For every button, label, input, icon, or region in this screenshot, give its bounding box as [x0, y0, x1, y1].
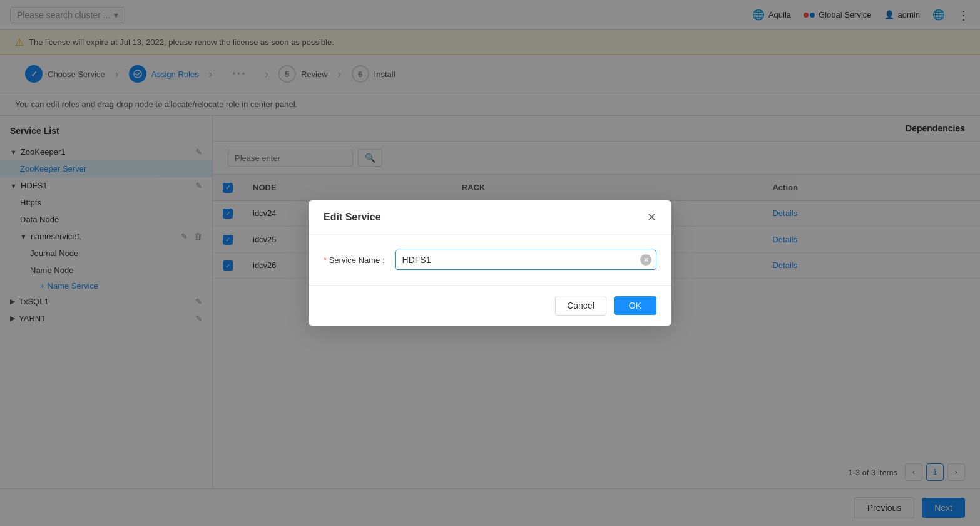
- cancel-button[interactable]: Cancel: [555, 296, 606, 316]
- service-name-label: * Service Name :: [324, 255, 385, 265]
- modal-overlay: Edit Service ✕ * Service Name : ✕ Cancel…: [0, 0, 980, 526]
- modal-footer: Cancel OK: [309, 285, 671, 326]
- edit-service-modal: Edit Service ✕ * Service Name : ✕ Cancel…: [309, 200, 671, 326]
- clear-input-button[interactable]: ✕: [640, 254, 651, 266]
- service-name-input-wrap: ✕: [395, 250, 656, 270]
- service-name-row: * Service Name : ✕: [324, 250, 656, 270]
- service-name-input[interactable]: [395, 250, 656, 270]
- modal-header: Edit Service ✕: [309, 200, 671, 235]
- modal-close-button[interactable]: ✕: [647, 210, 656, 224]
- ok-button[interactable]: OK: [614, 296, 656, 315]
- required-asterisk: *: [324, 255, 327, 265]
- modal-title: Edit Service: [324, 212, 381, 223]
- modal-body: * Service Name : ✕: [309, 235, 671, 285]
